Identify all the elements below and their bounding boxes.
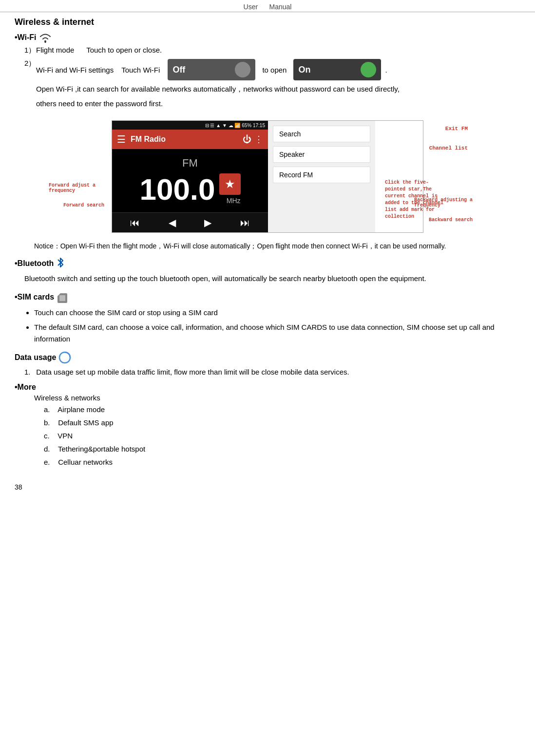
sim-section: •SIM cards Touch can choose the SIM card… (15, 290, 520, 345)
more-section: •More Wireless & networks a. Airplane mo… (15, 383, 520, 468)
wifi-header: •Wi-Fi (15, 32, 520, 43)
fm-menu-record[interactable]: Record FM (273, 167, 370, 183)
forward-adjust-annotation: Forward adjust afrequency (49, 183, 96, 193)
sim-bullet-1: Touch can choose the SIM card or stop us… (34, 307, 520, 319)
wifi-icon (38, 32, 52, 43)
fm-label: FM (182, 157, 198, 170)
flight-mode-label: Flight mode (36, 46, 74, 54)
forward-search-annotation: Forward search (63, 203, 104, 208)
more-item-d: d. Tethering&portable hotspot (44, 443, 520, 455)
toggle-on-circle (361, 62, 376, 77)
more-item-a: a. Airplane mode (44, 404, 520, 416)
toggle-off-label: Off (172, 65, 230, 75)
toggle-on-button[interactable]: On (293, 59, 381, 80)
toggle-on-label: On (298, 65, 356, 75)
exit-fm-annotation: Exit FM (445, 126, 468, 132)
page-title: Wireless & internet (15, 17, 520, 27)
more-letter-c: c. (44, 432, 50, 440)
svg-point-0 (44, 40, 46, 42)
more-text-e: Celluar networks (58, 458, 113, 466)
fm-next-fast-icon[interactable]: ⏭ (240, 217, 250, 228)
fm-menu-panel: Search Speaker Record FM Exit FM Channel… (268, 121, 375, 232)
toggle-off-circle (235, 62, 250, 77)
header-left: User (244, 3, 258, 11)
item-num-1: 1） (24, 46, 36, 55)
more-text-d: Tethering&portable hotspot (58, 445, 145, 453)
freq-row: 100.0 ★ MHz (139, 173, 240, 205)
sim-bullet-list: Touch can choose the SIM card or stop us… (15, 307, 520, 345)
fm-power-icon: ⏻ (243, 134, 251, 145)
fm-star-button[interactable]: ★ (219, 173, 241, 195)
fm-prev-fast-icon[interactable]: ⏮ (130, 217, 140, 228)
data-usage-icon (58, 351, 72, 364)
sim-header: •SIM cards (15, 290, 520, 304)
data-usage-item: 1. Data usage set up mobile data traffic… (15, 366, 520, 378)
fm-status-bar: ⊟ ☰ ▲ ▼ ☁ 📶 65% 17:15 (112, 121, 268, 130)
sim-bullet-2: The default SIM card, can choose a voice… (34, 321, 520, 345)
bluetooth-desc: Bluetooth switch and setting up the touc… (15, 273, 520, 284)
data-usage-label: Data usage (15, 353, 56, 362)
wifi-section: •Wi-Fi 1） Flight mode Touch to open or c… (15, 32, 520, 113)
bluetooth-header: •Bluetooth (15, 257, 520, 270)
fm-more-icon: ⋮ (254, 134, 263, 145)
sim-label: •SIM cards (15, 293, 54, 302)
fm-topbar: ☰ FM Radio ⏻ ⋮ (112, 130, 268, 149)
fm-body: FM 100.0 ★ MHz (112, 149, 268, 212)
wifi-label: •Wi-Fi (15, 33, 37, 42)
fm-controls: ⏮ ◀ ▶ ⏭ (112, 212, 268, 232)
data-usage-section: Data usage 1. Data usage set up mobile d… (15, 351, 520, 378)
backward-search-annotation: Backward search (429, 217, 473, 223)
toggle-row: Wi-Fi and Wi-Fi settings Touch Wi-Fi Off… (36, 59, 520, 80)
channel-list-annotation: Channel list (429, 145, 468, 151)
fm-menu-search[interactable]: Search (273, 126, 370, 142)
wifi-settings-label: Wi-Fi and Wi-Fi settings (36, 66, 114, 74)
wifi-settings-content: Wi-Fi and Wi-Fi settings Touch Wi-Fi Off… (36, 59, 520, 113)
more-item-c: c. VPN (44, 430, 520, 442)
more-item-b: b. Default SMS app (44, 417, 520, 429)
data-usage-desc: Data usage set up mobile data traffic li… (36, 368, 349, 376)
fm-next-icon[interactable]: ▶ (204, 217, 211, 228)
main-content: Wireless & internet •Wi-Fi 1） Flight mod… (0, 12, 535, 483)
wifi-desc2: others need to enter the password first. (36, 98, 520, 110)
bluetooth-label: •Bluetooth (15, 259, 54, 268)
notice-text: Notice：Open Wi-Fi then the flight mode，W… (15, 241, 520, 251)
flight-mode-item: 1） Flight mode Touch to open or close. (15, 46, 520, 55)
more-letter-d: d. (44, 445, 50, 453)
to-open-label: to open (262, 66, 287, 74)
fm-phone-screen: ⊟ ☰ ▲ ▼ ☁ 📶 65% 17:15 ☰ FM Radio ⏻ ⋮ FM … (112, 121, 268, 232)
more-text-c: VPN (57, 432, 73, 440)
fm-prev-icon[interactable]: ◀ (169, 217, 176, 228)
fm-hamburger-icon: ☰ (117, 133, 126, 145)
sim-icon (56, 290, 69, 304)
fm-frequency: 100.0 (139, 174, 215, 205)
more-sub-label: Wireless & networks (15, 394, 520, 402)
more-text-b: Default SMS app (58, 418, 113, 427)
bluetooth-section: •Bluetooth Bluetooth switch and setting … (15, 257, 520, 284)
more-letter-e: e. (44, 458, 50, 466)
toggle-off-button[interactable]: Off (168, 59, 255, 80)
more-item-e: e. Celluar networks (44, 456, 520, 468)
page-number: 38 (15, 483, 22, 491)
flight-mode-desc: Touch to open or close. (86, 46, 162, 54)
wifi-desc1: Open Wi-Fi ,it can search for available … (36, 83, 520, 95)
period: . (385, 66, 387, 74)
backward-adjust-annotation: Backward adjusting afrequency (414, 197, 473, 208)
more-text-a: Airplane mode (57, 405, 105, 414)
fm-wrapper: ⊟ ☰ ▲ ▼ ☁ 📶 65% 17:15 ☰ FM Radio ⏻ ⋮ FM … (112, 120, 423, 233)
fm-screenshot: ⊟ ☰ ▲ ▼ ☁ 📶 65% 17:15 ☰ FM Radio ⏻ ⋮ FM … (112, 120, 423, 233)
flight-mode-content: Flight mode Touch to open or close. (36, 46, 520, 54)
bluetooth-icon (56, 257, 65, 270)
wifi-settings-item: 2） Wi-Fi and Wi-Fi settings Touch Wi-Fi … (15, 59, 520, 113)
fm-title-text: FM Radio (131, 135, 240, 144)
svg-rect-2 (59, 295, 65, 301)
page-header: User Manual (0, 0, 535, 12)
fm-image-container: ⊟ ☰ ▲ ▼ ☁ 📶 65% 17:15 ☰ FM Radio ⏻ ⋮ FM … (15, 120, 520, 233)
more-letter-b: b. (44, 418, 50, 427)
more-list: a. Airplane mode b. Default SMS app c. V… (15, 404, 520, 468)
item-num-2: 2） (24, 59, 36, 68)
more-title: •More (15, 383, 520, 392)
fm-menu-speaker[interactable]: Speaker (273, 146, 370, 163)
header-right: Manual (269, 3, 291, 11)
data-usage-header: Data usage (15, 351, 520, 364)
touch-wifi-label: Touch Wi-Fi (121, 66, 160, 74)
